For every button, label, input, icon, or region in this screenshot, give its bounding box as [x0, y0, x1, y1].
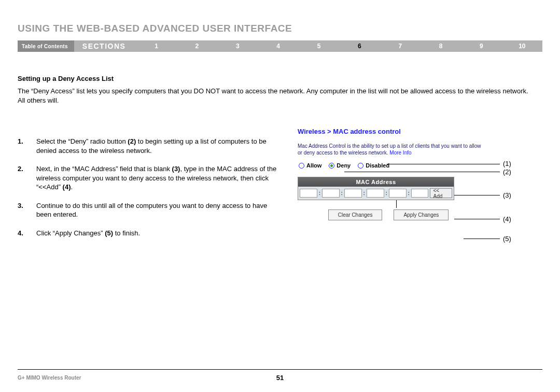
radio-allow-group[interactable]: Allow [299, 162, 321, 169]
mac-row: : : : : : << Add [298, 187, 454, 200]
product-name: G+ MIMO Wireless Router [18, 375, 81, 381]
section-link-4[interactable]: 4 [258, 40, 298, 52]
steps-list: Select the “Deny” radio button (2) to be… [18, 137, 283, 237]
clear-changes-button[interactable]: Clear Changes [328, 209, 383, 220]
breadcrumb: Wireless > MAC address control [298, 128, 489, 135]
radio-row: Allow Deny Disabled [299, 162, 387, 169]
section-nav-bar: Table of Contents SECTIONS 1 2 3 4 5 6 7… [18, 40, 542, 52]
mac-input-5[interactable] [389, 189, 407, 198]
step-4: Click “Apply Changes” (5) to finish. [18, 229, 283, 238]
callout-line-4 [454, 219, 500, 219]
add-button[interactable]: << Add [430, 188, 453, 198]
manual-page: USING THE WEB-BASED ADVANCED USER INTERF… [0, 0, 560, 392]
mac-input-4[interactable] [367, 189, 384, 198]
router-panel: Wireless > MAC address control Mac Addre… [298, 128, 489, 220]
radio-deny-group[interactable]: Deny [329, 162, 351, 169]
mac-input-3[interactable] [344, 189, 362, 198]
callout-5: (5) [503, 235, 511, 243]
section-link-8[interactable]: 8 [421, 40, 461, 52]
section-link-10[interactable]: 10 [502, 40, 542, 52]
callout-4: (4) [503, 215, 511, 223]
sections-label: SECTIONS [74, 40, 136, 52]
mac-input-1[interactable] [300, 189, 317, 198]
apply-changes-button[interactable]: Apply Changes [394, 209, 449, 220]
step-3: Continue to do this until all of the com… [18, 201, 283, 219]
more-info-link[interactable]: More Info [389, 150, 411, 156]
radio-disabled-label: Disabled [366, 162, 389, 169]
section-link-3[interactable]: 3 [217, 40, 258, 52]
content-columns: Select the “Deny” radio button (2) to be… [18, 128, 542, 262]
page-number: 51 [276, 374, 284, 382]
callout-line-5 [464, 239, 500, 239]
callout-3: (3) [503, 191, 511, 199]
radio-deny[interactable] [329, 163, 334, 169]
mac-input-2[interactable] [322, 189, 340, 198]
toc-link[interactable]: Table of Contents [18, 40, 74, 52]
subheading: Setting up a Deny Access List [18, 75, 542, 82]
callout-1: (1) [503, 160, 511, 167]
section-link-9[interactable]: 9 [461, 40, 501, 52]
page-footer: G+ MIMO Wireless Router 51 [18, 369, 542, 381]
radio-allow[interactable] [299, 163, 304, 169]
mac-header: MAC Address [298, 177, 454, 187]
panel-description: Mac Address Control is the ability to se… [298, 143, 484, 156]
section-link-7[interactable]: 7 [380, 40, 421, 52]
step-1: Select the “Deny” radio button (2) to be… [18, 137, 283, 155]
callout-2: (2) [503, 168, 511, 176]
section-link-5[interactable]: 5 [299, 40, 339, 52]
radio-disabled[interactable] [358, 163, 363, 169]
intro-paragraph: The “Deny Access” list lets you specify … [18, 87, 536, 105]
panel-buttons: Clear Changes Apply Changes [298, 209, 479, 220]
radio-allow-label: Allow [306, 162, 321, 169]
section-link-1[interactable]: 1 [136, 40, 176, 52]
left-column: Select the “Deny” radio button (2) to be… [18, 128, 283, 247]
page-title: USING THE WEB-BASED ADVANCED USER INTERF… [18, 23, 542, 34]
radio-deny-label: Deny [337, 162, 351, 169]
radio-disabled-group[interactable]: Disabled [358, 162, 389, 169]
mac-input-6[interactable] [411, 189, 429, 198]
screenshot-figure: Wireless > MAC address control Mac Addre… [298, 128, 542, 262]
section-link-6[interactable]: 6 [339, 40, 380, 52]
callout-line-2 [344, 172, 500, 172]
section-link-2[interactable]: 2 [177, 40, 217, 52]
footer-rule [18, 369, 542, 370]
mac-table: MAC Address : : : : : << Add [298, 177, 454, 200]
step-2: Next, in the “MAC Address” field that is… [18, 164, 283, 192]
